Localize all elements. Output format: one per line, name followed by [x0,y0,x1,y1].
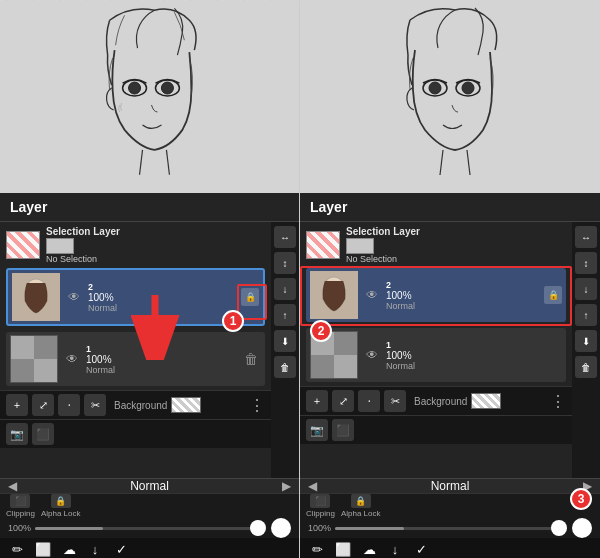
no-selection-box-2 [346,238,374,254]
clipping-bar-2: ⬛ Clipping 🔒 Alpha Lock [300,493,600,518]
down-tool-2[interactable]: ↓ [384,538,406,558]
clipping-bar-1: ⬛ Clipping 🔒 Alpha Lock [0,493,299,518]
brush-tool-2[interactable]: ✏ [306,538,328,558]
layer-1-row-2[interactable]: 👁 1 100% Normal [306,328,566,382]
delete-layer-btn-1[interactable]: 🗑 [274,356,296,378]
zoom-slider-1[interactable] [35,527,263,530]
flip-h-btn-1[interactable]: ↔ [274,226,296,248]
layer-2-container-2[interactable]: 👁 2 100% Normal 🔒 [300,266,572,326]
svg-point-4 [161,82,173,94]
copy-layer-btn-1[interactable]: ⬝ [58,394,80,416]
badge-1: 1 [222,310,244,332]
no-selection-text-2: No Selection [346,254,420,264]
layer-header-1: Layer [0,193,299,222]
eraser-tool-1[interactable]: ⬜ [32,538,54,558]
blend-mode-bar-2: ◀ Normal ▶ [300,478,600,493]
merge-btn-2[interactable]: ⬇ [575,330,597,352]
three-dots-2[interactable]: ⋮ [550,392,566,411]
svg-rect-13 [300,0,600,200]
layer-1-eye-2[interactable]: 👁 [362,345,382,365]
delete-layer-btn-2[interactable]: 🗑 [575,356,597,378]
panel-2: Layer Selection Layer No Selection [300,0,600,558]
zoom-circle-btn-1[interactable] [271,518,291,538]
layer-2-lock-2[interactable]: 🔒 [544,286,562,304]
brush-tool-1[interactable]: ✏ [6,538,28,558]
check-tool-1[interactable]: ✓ [110,538,132,558]
sketch-area-2 [300,0,600,200]
layer-1-container-2[interactable]: 👁 1 100% Normal [300,326,572,386]
zoom-bar-1: 100% [0,518,299,538]
zoom-slider-2[interactable] [335,527,564,530]
svg-point-17 [462,82,474,94]
move-layer-btn-1[interactable]: ⤢ [32,394,54,416]
three-dots-1[interactable]: ⋮ [249,396,265,415]
zoom-circle-btn-2[interactable] [572,518,592,538]
svg-rect-10 [34,359,57,382]
camera-btn-1[interactable]: 📷 [6,423,28,445]
merge-btn-1[interactable]: ⬇ [274,330,296,352]
selection-layer-thumb-1 [6,231,40,259]
svg-point-2 [129,82,141,94]
zoom-handle-2[interactable] [551,520,567,536]
alpha-lock-btn-2[interactable]: 🔒 Alpha Lock [341,494,381,518]
tool-bar-2: ✏ ⬜ ☁ ↓ ✓ [300,538,600,558]
flip-v-btn-1[interactable]: ↕ [274,252,296,274]
layer-2-lock-1[interactable]: 🔒 [241,288,259,306]
no-selection-box-1 [46,238,74,254]
bg-checker-1 [171,397,201,413]
flip-v-btn-2[interactable]: ↕ [575,252,597,274]
layer-2-opacity-2: 100% [386,290,540,301]
svg-point-15 [429,82,441,94]
layer-2-mode-2: Normal [386,301,540,311]
sketch-area-1 [0,0,299,200]
down-tool-1[interactable]: ↓ [84,538,106,558]
clipping-btn-2[interactable]: ⬛ Clipping [306,494,335,518]
add-layer-btn-1[interactable]: + [6,394,28,416]
selection-layer-info-1: Selection Layer No Selection [46,226,120,264]
zoom-text-2: 100% [308,523,331,533]
zoom-handle-1[interactable] [250,520,266,536]
bg-label-1: Background [114,400,167,411]
move-layer-btn-2[interactable]: ⤢ [332,390,354,412]
selection-layer-title-1: Selection Layer [46,226,120,237]
extra-btn-2[interactable]: ⬛ [332,419,354,441]
resize-down-btn-1[interactable]: ↓ [274,278,296,300]
badge-3: 3 [570,488,592,510]
check-tool-2[interactable]: ✓ [410,538,432,558]
scissors-btn-2[interactable]: ✂ [384,390,406,412]
copy-layer-btn-2[interactable]: ⬝ [358,390,380,412]
clipping-btn-1[interactable]: ⬛ Clipping [6,494,35,518]
blend-mode-label-2: Normal [317,479,583,493]
resize-up-btn-1[interactable]: ↑ [274,304,296,326]
layer-header-2: Layer [300,193,600,222]
layer-1-delete-1[interactable]: 🗑 [241,349,261,369]
layer-1-eye-1[interactable]: 👁 [62,349,82,369]
alpha-lock-btn-1[interactable]: 🔒 Alpha Lock [41,494,81,518]
selection-layer-row-1: Selection Layer No Selection [0,222,271,266]
red-arrow-1 [130,290,180,360]
eraser-tool-2[interactable]: ⬜ [332,538,354,558]
layer-2-eye-1[interactable]: 👁 [64,287,84,307]
layer-1-opacity-2: 100% [386,350,562,361]
layer-1-thumb-1 [10,335,58,383]
resize-up-btn-2[interactable]: ↑ [575,304,597,326]
blend-mode-bar-1: ◀ Normal ▶ [0,478,299,493]
flip-h-btn-2[interactable]: ↔ [575,226,597,248]
extra-btn-1[interactable]: ⬛ [32,423,54,445]
svg-rect-23 [334,355,357,378]
smudge-tool-1[interactable]: ☁ [58,538,80,558]
layer-1-num-2: 1 [386,340,562,350]
zoom-slider-fill-2 [335,527,404,530]
smudge-tool-2[interactable]: ☁ [358,538,380,558]
add-layer-btn-2[interactable]: + [306,390,328,412]
panel-1: Layer Selection Layer No Selection [0,0,300,558]
layer-2-row-2[interactable]: 👁 2 100% Normal 🔒 [306,268,566,322]
layer-2-num-2: 2 [386,280,540,290]
layer-2-eye-2[interactable]: 👁 [362,285,382,305]
svg-rect-0 [0,0,299,199]
selection-layer-info-2: Selection Layer No Selection [346,226,420,264]
resize-down-btn-2[interactable]: ↓ [575,278,597,300]
zoom-slider-fill-1 [35,527,103,530]
camera-btn-2[interactable]: 📷 [306,419,328,441]
scissors-btn-1[interactable]: ✂ [84,394,106,416]
